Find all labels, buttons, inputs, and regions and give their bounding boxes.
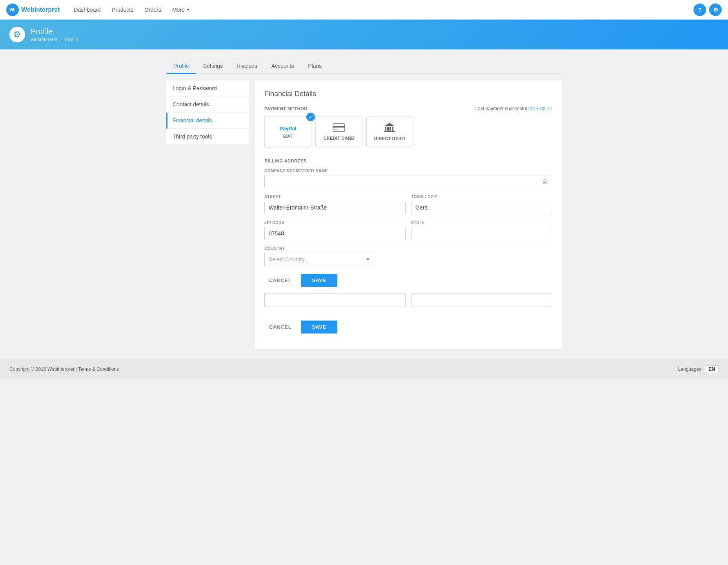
- gear-icon: ⚙: [13, 29, 21, 40]
- panel-title: Financial Details: [264, 90, 552, 98]
- company-name-label: COMPANY REGISTERED NAME: [264, 169, 552, 173]
- tab-accounts[interactable]: Accounts: [264, 59, 301, 74]
- credit-card-icon: [333, 123, 345, 134]
- tab-settings[interactable]: Settings: [196, 59, 230, 74]
- navbar-links: Dashboard Products Orders More ▼: [69, 0, 693, 20]
- page-title: Profile: [31, 27, 78, 36]
- brand[interactable]: Wi Webinterpret: [6, 4, 60, 16]
- extra-input-1[interactable]: [264, 293, 406, 306]
- last-payment-date: 2017-02-27: [528, 106, 552, 111]
- settings-button[interactable]: ⚙: [709, 4, 722, 16]
- cancel-button-2[interactable]: CANCEL: [264, 321, 296, 333]
- footer-copyright: Copyright © 2016 Webinterpret | Terms & …: [9, 366, 119, 372]
- extra-input-2[interactable]: [411, 293, 552, 306]
- tabs: Profile Settings Invoices Accounts Plans: [166, 59, 562, 74]
- sidebar-item-login[interactable]: Login & Password: [166, 80, 249, 97]
- country-group: COUNTRY Select Country... ▼: [264, 246, 374, 266]
- save-button-2[interactable]: SAVE: [301, 321, 337, 334]
- state-label: STATE: [411, 221, 552, 225]
- bank-icon: [384, 123, 396, 135]
- breadcrumb-home[interactable]: Webinterpret: [31, 37, 57, 42]
- payment-option-direct-debit[interactable]: DIRECT DEBIT: [366, 116, 413, 148]
- brand-logo: Wi: [6, 4, 19, 16]
- sidebar: Login & Password Contact details Financi…: [166, 80, 249, 349]
- payment-option-credit-card[interactable]: CREDIT CARD: [315, 116, 362, 148]
- nav-dashboard[interactable]: Dashboard: [69, 0, 106, 20]
- country-select[interactable]: Select Country...: [264, 253, 374, 266]
- language-badge[interactable]: EN: [705, 365, 719, 373]
- paypal-logo: PayPal: [280, 126, 297, 131]
- tab-invoices[interactable]: Invoices: [230, 59, 264, 74]
- form-actions-1: CANCEL SAVE: [264, 274, 552, 287]
- breadcrumb-separator: ›: [60, 37, 62, 42]
- content-layout: Login & Password Contact details Financi…: [166, 74, 562, 349]
- street-input[interactable]: [264, 201, 406, 214]
- help-button[interactable]: ?: [693, 4, 706, 16]
- check-icon: ✓: [306, 113, 315, 121]
- svg-rect-1: [333, 126, 345, 128]
- town-label: TOWN / CITY: [411, 195, 552, 199]
- nav-more[interactable]: More ▼: [167, 0, 195, 20]
- financial-details-panel: Financial Details PAYMENT METHOD Last pa…: [255, 80, 562, 349]
- town-group: TOWN / CITY: [411, 195, 552, 214]
- payment-method-label: PAYMENT METHOD: [264, 106, 308, 111]
- profile-header-text: Profile Webinterpret › Profile: [31, 27, 78, 42]
- sidebar-item-financial[interactable]: Financial details: [166, 113, 249, 129]
- tab-profile[interactable]: Profile: [166, 59, 196, 74]
- svg-rect-7: [384, 131, 395, 132]
- zip-label: ZIP CODE: [264, 221, 406, 225]
- avatar: ⚙: [9, 27, 25, 42]
- terms-link[interactable]: Terms & Conditions: [78, 366, 119, 372]
- navbar: Wi Webinterpret Dashboard Products Order…: [0, 0, 728, 20]
- breadcrumb-current: Profile: [65, 37, 78, 42]
- svg-rect-4: [387, 127, 389, 131]
- billing-address-label: BILLING ADDRESS: [264, 159, 552, 163]
- save-button-1[interactable]: SAVE: [301, 274, 337, 287]
- svg-rect-5: [389, 127, 391, 131]
- svg-rect-3: [385, 127, 386, 131]
- extra-inputs-row: [264, 293, 552, 313]
- form-actions-2: CANCEL SAVE: [264, 321, 552, 334]
- main-content: Profile Settings Invoices Accounts Plans…: [160, 49, 568, 359]
- navbar-right: ? ⚙: [693, 4, 722, 16]
- profile-header: ⚙ Profile Webinterpret › Profile: [0, 20, 728, 49]
- nav-products[interactable]: Products: [107, 0, 138, 20]
- country-label: COUNTRY: [264, 246, 374, 251]
- last-payment-label: Last payment successful: [475, 106, 527, 111]
- extra-input-right: [411, 293, 552, 306]
- company-name-input[interactable]: [264, 175, 552, 188]
- town-input[interactable]: [411, 201, 552, 214]
- tab-plans[interactable]: Plans: [301, 59, 329, 74]
- breadcrumb: Webinterpret › Profile: [31, 37, 78, 42]
- nav-orders[interactable]: Orders: [140, 0, 166, 20]
- last-payment-text: Last payment successful 2017-02-27: [475, 106, 552, 111]
- street-label: STREET: [264, 195, 406, 199]
- credit-card-label: CREDIT CARD: [323, 136, 354, 140]
- svg-marker-8: [384, 123, 395, 126]
- footer-right: Languages: EN: [678, 365, 719, 373]
- company-name-input-wrapper: 🏛: [264, 175, 552, 188]
- state-input[interactable]: [411, 227, 552, 240]
- street-group: STREET: [264, 195, 406, 214]
- footer: Copyright © 2016 Webinterpret | Terms & …: [0, 359, 728, 379]
- payment-option-paypal[interactable]: ✓ PayPal EDIT: [264, 116, 311, 148]
- brand-name: Webinterpret: [21, 6, 60, 13]
- extra-input-left: [264, 293, 406, 306]
- street-town-row: STREET TOWN / CITY: [264, 195, 552, 214]
- country-select-wrapper: Select Country... ▼: [264, 253, 374, 266]
- payment-method-header: PAYMENT METHOD Last payment successful 2…: [264, 106, 552, 111]
- zip-state-row: ZIP CODE STATE: [264, 221, 552, 240]
- zip-group: ZIP CODE: [264, 221, 406, 240]
- languages-label: Languages:: [678, 366, 703, 372]
- sidebar-item-third-party[interactable]: Third party tools: [166, 129, 249, 145]
- sidebar-item-contact[interactable]: Contact details: [166, 97, 249, 113]
- more-dropdown-arrow: ▼: [186, 7, 190, 12]
- svg-rect-2: [334, 129, 337, 129]
- paypal-edit-link[interactable]: EDIT: [283, 134, 293, 139]
- zip-input[interactable]: [264, 227, 406, 240]
- payment-options: ✓ PayPal EDIT CREDIT CARD: [264, 116, 552, 148]
- building-icon: 🏛: [542, 179, 548, 185]
- cancel-button-1[interactable]: CANCEL: [264, 274, 296, 286]
- company-name-group: COMPANY REGISTERED NAME 🏛: [264, 169, 552, 188]
- svg-rect-6: [392, 127, 393, 131]
